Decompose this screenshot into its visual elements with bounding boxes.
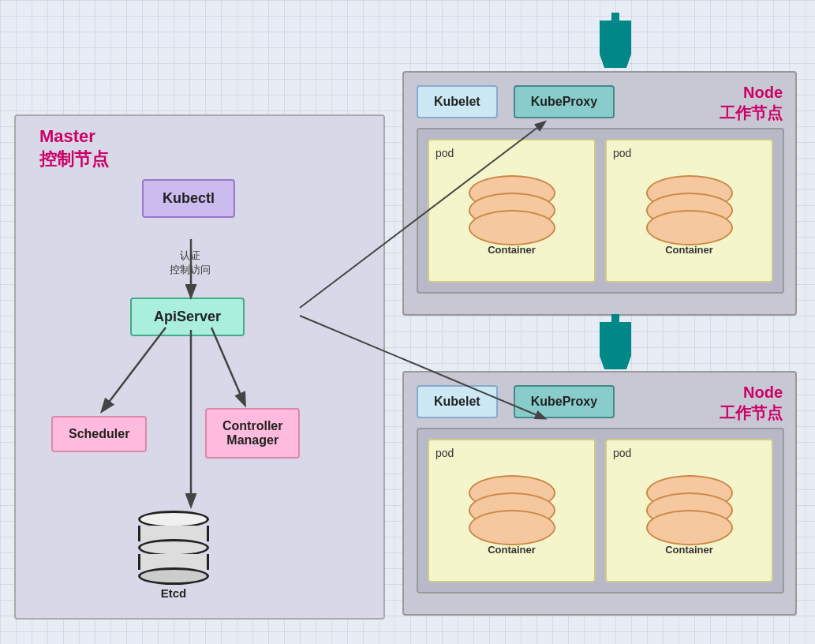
master-box: Master 控制节点 Kubectl 认证 控制访问 ApiServer Sc… bbox=[14, 114, 385, 620]
node-box-1: Node 工作节点 Kubelet KubeProxy pod Containe… bbox=[402, 71, 797, 316]
auth-label: 认证 控制访问 bbox=[170, 249, 211, 277]
node1-pod-2: pod Container bbox=[605, 139, 773, 283]
node1-kubeproxy: KubeProxy bbox=[514, 85, 615, 118]
node-title-1: Node 工作节点 bbox=[720, 82, 783, 123]
node2-kubelet: Kubelet bbox=[417, 385, 498, 418]
node2-pod-2: pod Container bbox=[605, 439, 773, 582]
master-title-line1: Master bbox=[39, 126, 95, 146]
node1-components: Kubelet KubeProxy bbox=[417, 85, 615, 118]
node-box-2: Node 工作节点 Kubelet KubeProxy pod Containe… bbox=[402, 371, 797, 616]
kubectl-box: Kubectl bbox=[142, 179, 235, 218]
scheduler-box: Scheduler bbox=[51, 416, 147, 452]
node2-pod-1: pod Container bbox=[428, 439, 596, 582]
controller-manager-box: Controller Manager bbox=[205, 408, 300, 459]
node2-pod-area: pod Container pod Container bbox=[417, 428, 784, 593]
access-arrow-1: 访问 bbox=[600, 8, 631, 68]
node1-pod-area: pod Container pod Container bbox=[417, 128, 784, 294]
master-title: Master 控制节点 bbox=[39, 125, 109, 170]
access-arrow-1-svg bbox=[600, 13, 631, 68]
node1-pod-1: pod Container bbox=[428, 139, 596, 283]
node1-pod2-container: Container bbox=[613, 163, 765, 275]
node2-pod1-container: Container bbox=[436, 462, 588, 575]
node2-pod2-container: Container bbox=[613, 462, 765, 575]
apiserver-box: ApiServer bbox=[130, 298, 245, 336]
node1-pod1-container: Container bbox=[436, 163, 588, 275]
etcd-label: Etcd bbox=[161, 586, 187, 600]
node2-kubeproxy: KubeProxy bbox=[514, 385, 615, 418]
master-title-line2: 控制节点 bbox=[39, 149, 109, 169]
etcd-group: Etcd bbox=[134, 511, 213, 600]
node1-kubelet: Kubelet bbox=[417, 85, 498, 118]
access-arrow-2: 访问 bbox=[600, 309, 631, 369]
etcd-cylinder bbox=[138, 511, 209, 585]
access-arrow-2-svg bbox=[600, 314, 631, 369]
node-title-2: Node 工作节点 bbox=[720, 382, 783, 423]
node2-components: Kubelet KubeProxy bbox=[417, 385, 615, 418]
